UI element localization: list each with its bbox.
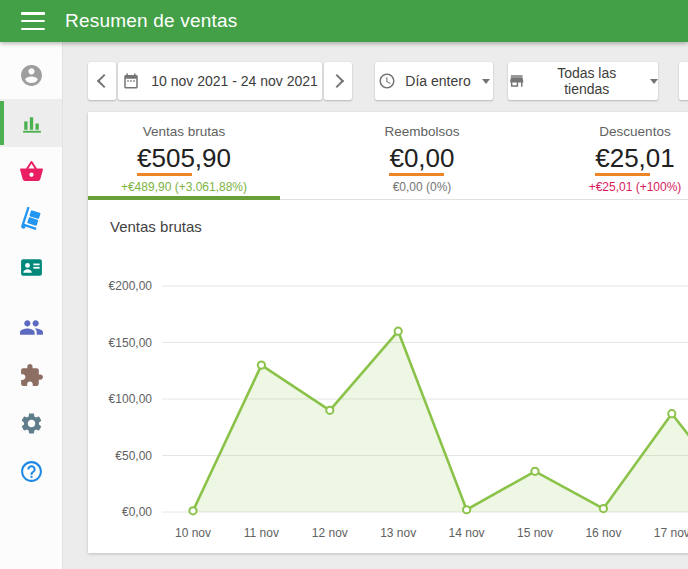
sidebar-item-settings[interactable] bbox=[0, 399, 62, 447]
chevron-left-icon bbox=[96, 74, 110, 88]
svg-text:17 nov: 17 nov bbox=[654, 526, 688, 540]
sidebar-item-reports[interactable] bbox=[0, 99, 62, 147]
sidebar-item-customers[interactable] bbox=[0, 243, 62, 291]
export-button-partial[interactable] bbox=[679, 62, 688, 100]
tab-delta: €0,00 (0%) bbox=[322, 180, 522, 194]
time-filter-dropdown[interactable]: Día entero bbox=[375, 62, 493, 100]
clock-icon bbox=[378, 72, 396, 90]
puzzle-icon bbox=[19, 363, 44, 388]
tab-label: Descuentos bbox=[535, 124, 688, 139]
date-prev-button[interactable] bbox=[88, 62, 116, 100]
svg-text:13 nov: 13 nov bbox=[380, 526, 416, 540]
svg-text:€200,00: €200,00 bbox=[109, 279, 153, 293]
date-next-button[interactable] bbox=[324, 62, 352, 100]
calendar-icon bbox=[122, 72, 140, 90]
tab-label: Reembolsos bbox=[322, 124, 522, 139]
svg-text:15 nov: 15 nov bbox=[517, 526, 553, 540]
tab-value: €25,01 bbox=[535, 144, 688, 172]
help-icon bbox=[19, 459, 44, 484]
bar-chart-icon bbox=[19, 111, 44, 136]
tab-label: Ventas brutas bbox=[88, 124, 280, 139]
svg-text:10 nov: 10 nov bbox=[175, 526, 211, 540]
stores-filter-dropdown[interactable]: Todas las tiendas bbox=[508, 62, 658, 100]
svg-text:€100,00: €100,00 bbox=[109, 392, 153, 406]
chevron-down-icon bbox=[650, 79, 658, 84]
date-range-label: 10 nov 2021 - 24 nov 2021 bbox=[151, 73, 318, 89]
tab-delta: +€25,01 (+100%) bbox=[535, 180, 688, 194]
sales-line-chart: €0,00€50,00€100,00€150,00€200,0010 nov11… bbox=[88, 200, 688, 553]
gear-icon bbox=[19, 411, 44, 436]
svg-text:€50,00: €50,00 bbox=[115, 449, 152, 463]
svg-text:16 nov: 16 nov bbox=[585, 526, 621, 540]
people-icon bbox=[19, 315, 44, 340]
hand-truck-icon bbox=[19, 207, 44, 232]
sidebar-item-items[interactable] bbox=[0, 147, 62, 195]
sales-summary-card: Ventas brutas €505,90 +€489,90 (+3.061,8… bbox=[88, 112, 688, 553]
sidebar-item-integrations[interactable] bbox=[0, 351, 62, 399]
store-icon bbox=[508, 72, 525, 90]
svg-text:11 nov: 11 nov bbox=[244, 526, 279, 540]
tab-delta: +€489,90 (+3.061,88%) bbox=[88, 180, 280, 194]
chevron-down-icon bbox=[482, 79, 490, 84]
sidebar bbox=[0, 42, 63, 569]
tab-reembolsos[interactable]: Reembolsos €0,00 €0,00 (0%) bbox=[322, 112, 522, 199]
sidebar-item-employees[interactable] bbox=[0, 303, 62, 351]
svg-text:12 nov: 12 nov bbox=[312, 526, 348, 540]
hamburger-menu-icon[interactable] bbox=[21, 11, 47, 31]
contact-card-icon bbox=[19, 255, 44, 280]
time-filter-label: Día entero bbox=[405, 73, 470, 89]
svg-text:14 nov: 14 nov bbox=[449, 526, 485, 540]
metric-tabs: Ventas brutas €505,90 +€489,90 (+3.061,8… bbox=[88, 112, 688, 200]
sidebar-item-inventory[interactable] bbox=[0, 195, 62, 243]
chevron-right-icon bbox=[329, 74, 343, 88]
tab-descuentos[interactable]: Descuentos €25,01 +€25,01 (+100%) bbox=[535, 112, 688, 199]
sidebar-item-help[interactable] bbox=[0, 447, 62, 495]
tab-ventas-brutas[interactable]: Ventas brutas €505,90 +€489,90 (+3.061,8… bbox=[88, 112, 280, 199]
sidebar-item-account[interactable] bbox=[0, 51, 62, 99]
app-header: Resumen de ventas bbox=[0, 0, 688, 42]
tab-value: €505,90 bbox=[88, 144, 280, 172]
page-title: Resumen de ventas bbox=[65, 10, 237, 32]
account-circle-icon bbox=[19, 63, 44, 88]
stores-filter-label: Todas las tiendas bbox=[534, 65, 639, 97]
svg-text:€150,00: €150,00 bbox=[109, 336, 153, 350]
tab-value: €0,00 bbox=[322, 144, 522, 172]
basket-icon bbox=[19, 159, 44, 184]
date-range-button[interactable]: 10 nov 2021 - 24 nov 2021 bbox=[118, 62, 322, 100]
svg-text:€0,00: €0,00 bbox=[122, 505, 152, 519]
